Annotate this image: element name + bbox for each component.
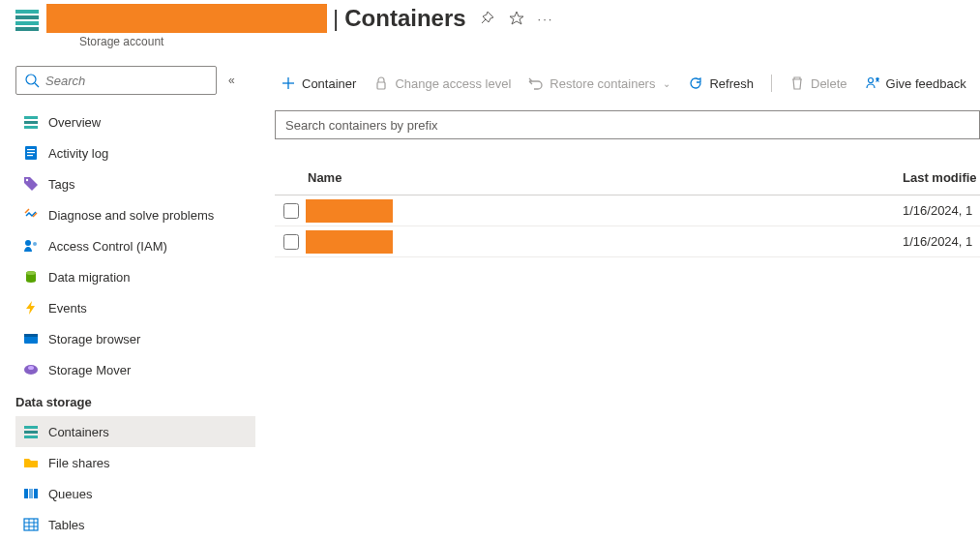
refresh-button[interactable]: Refresh: [682, 72, 759, 95]
sidebar-item-data-migration[interactable]: Data migration: [15, 261, 255, 292]
row-last-modified: 1/16/2024, 1: [903, 234, 980, 249]
column-header-last-modified[interactable]: Last modifie: [903, 170, 980, 185]
svg-point-9: [26, 179, 28, 181]
browser-icon: [23, 331, 39, 346]
more-actions-icon[interactable]: ···: [538, 12, 554, 26]
sidebar-search[interactable]: [15, 66, 217, 95]
tables-icon: [23, 517, 39, 532]
sidebar-item-activity-log[interactable]: Activity log: [15, 137, 255, 168]
lock-icon: [373, 75, 389, 91]
svg-rect-3: [24, 121, 38, 124]
fileshares-icon: [23, 455, 39, 470]
sidebar-item-overview[interactable]: Overview: [15, 106, 255, 137]
migration-icon: [23, 269, 39, 285]
svg-rect-7: [27, 152, 35, 153]
sidebar-item-file-shares[interactable]: File shares: [15, 447, 255, 478]
svg-rect-2: [24, 116, 38, 119]
sidebar: « Overview Activity log Tags Diagnose an…: [15, 66, 255, 540]
svg-point-0: [26, 75, 36, 84]
storage-account-icon: [15, 10, 39, 33]
svg-rect-6: [27, 149, 35, 150]
sidebar-item-storage-mover[interactable]: Storage Mover: [15, 354, 255, 385]
collapse-sidebar-icon[interactable]: «: [228, 74, 235, 87]
svg-rect-18: [24, 431, 38, 434]
give-feedback-button[interactable]: Give feedback: [859, 72, 972, 95]
search-icon: [24, 73, 40, 88]
restore-containers-button[interactable]: Restore containers ⌄: [522, 72, 676, 95]
sidebar-item-containers[interactable]: Containers: [15, 416, 255, 447]
iam-icon: [23, 238, 39, 254]
resource-type-label: Storage account: [79, 35, 553, 48]
tags-icon: [23, 176, 39, 192]
sidebar-item-label: Access Control (IAM): [48, 239, 167, 254]
sidebar-item-access-control[interactable]: Access Control (IAM): [15, 230, 255, 261]
svg-rect-22: [34, 489, 38, 498]
toolbar-divider: [771, 75, 772, 92]
sidebar-item-label: Tables: [48, 518, 85, 532]
chevron-down-icon: ⌄: [663, 78, 670, 89]
container-name-redacted: [306, 199, 393, 223]
svg-point-10: [25, 240, 31, 246]
sidebar-section-data-storage: Data storage: [15, 385, 255, 416]
undo-icon: [528, 75, 544, 91]
mover-icon: [23, 362, 39, 377]
sidebar-nav: Overview Activity log Tags Diagnose and …: [15, 106, 255, 540]
add-container-button[interactable]: Container: [275, 72, 362, 95]
delete-button: Delete: [784, 72, 853, 95]
queues-icon: [23, 486, 39, 501]
sidebar-item-events[interactable]: Events: [15, 292, 255, 323]
events-icon: [23, 300, 39, 316]
row-last-modified: 1/16/2024, 1: [903, 203, 980, 218]
svg-line-1: [35, 83, 39, 87]
button-label: Refresh: [709, 76, 754, 91]
table-row[interactable]: 1/16/2024, 1: [275, 195, 980, 226]
svg-point-12: [26, 271, 36, 275]
sidebar-item-storage-browser[interactable]: Storage browser: [15, 323, 255, 354]
sidebar-item-label: Events: [48, 301, 87, 316]
title-separator: |: [327, 5, 344, 32]
containers-table: Name Last modifie 1/16/2024, 1 1/16/2024…: [275, 161, 980, 257]
svg-point-16: [28, 366, 34, 370]
overview-icon: [23, 114, 39, 130]
column-header-name[interactable]: Name: [308, 170, 903, 185]
pin-icon[interactable]: [480, 11, 495, 26]
svg-rect-21: [29, 489, 33, 498]
svg-rect-14: [24, 334, 38, 337]
feedback-icon: [865, 75, 880, 91]
filter-containers-input[interactable]: [275, 110, 980, 139]
plus-icon: [281, 75, 296, 91]
sidebar-item-label: Tags: [48, 177, 74, 192]
row-checkbox[interactable]: [283, 203, 299, 219]
table-header: Name Last modifie: [275, 161, 980, 195]
button-label: Restore containers: [549, 76, 655, 91]
resource-name-redacted: [46, 4, 327, 33]
container-name-redacted: [306, 230, 393, 254]
button-label: Delete: [811, 76, 847, 91]
sidebar-item-label: Activity log: [48, 146, 108, 161]
sidebar-item-tags[interactable]: Tags: [15, 168, 255, 199]
main-content: Container Change access level Restore co…: [255, 66, 980, 540]
button-label: Change access level: [395, 76, 511, 91]
sidebar-search-input[interactable]: [45, 74, 208, 88]
table-row[interactable]: 1/16/2024, 1: [275, 226, 980, 257]
sidebar-item-label: Diagnose and solve problems: [48, 208, 214, 223]
diagnose-icon: [23, 207, 39, 223]
page-header: | Containers ··· Storage account: [0, 0, 980, 48]
row-checkbox[interactable]: [283, 234, 299, 250]
svg-rect-4: [24, 126, 38, 129]
change-access-level-button: Change access level: [368, 72, 517, 95]
sidebar-item-label: Storage browser: [48, 332, 140, 346]
favorite-star-icon[interactable]: [509, 11, 524, 26]
svg-rect-17: [24, 426, 38, 429]
sidebar-item-queues[interactable]: Queues: [15, 478, 255, 509]
sidebar-item-diagnose[interactable]: Diagnose and solve problems: [15, 199, 255, 230]
sidebar-item-label: Overview: [48, 115, 101, 130]
trash-icon: [789, 75, 805, 91]
svg-rect-20: [24, 489, 28, 498]
svg-rect-23: [24, 519, 38, 530]
sidebar-item-label: Queues: [48, 487, 93, 501]
activity-log-icon: [23, 145, 39, 161]
sidebar-item-label: Containers: [48, 425, 109, 439]
sidebar-item-tables[interactable]: Tables: [15, 509, 255, 540]
svg-point-31: [868, 78, 873, 83]
